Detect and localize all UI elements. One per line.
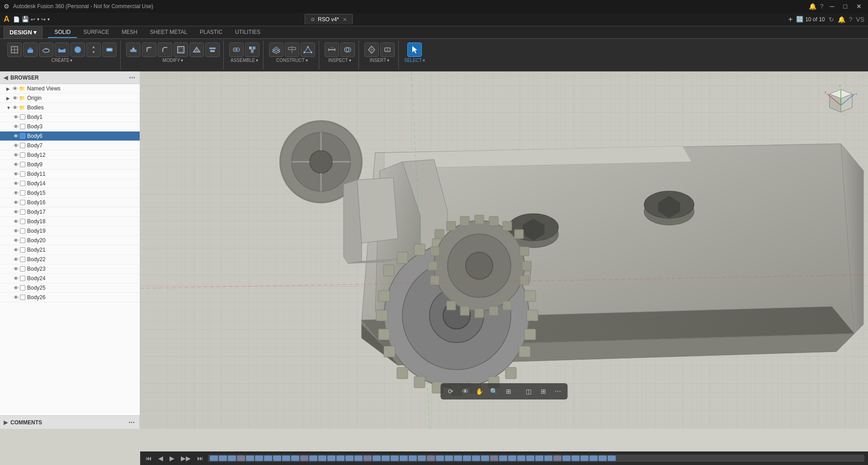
zoom-control-btn[interactable]: 🔍 <box>488 385 500 398</box>
construct-dropdown-icon[interactable]: ▾ <box>306 58 308 63</box>
comments-settings-btn[interactable]: ⋯ <box>127 418 136 427</box>
tree-item-body19[interactable]: 👁 Body19 <box>0 226 140 236</box>
tree-item-body11[interactable]: 👁 Body11 <box>0 169 140 179</box>
tab-utilities[interactable]: UTILITIES <box>229 27 267 38</box>
timeline-step-23[interactable] <box>418 456 426 461</box>
body7-visibility[interactable]: 👁 <box>14 143 19 148</box>
sphere-btn[interactable] <box>71 42 85 57</box>
close-tab-icon[interactable]: ✕ <box>343 17 347 23</box>
orbit-control-btn[interactable]: ⟳ <box>444 385 457 398</box>
select-btn[interactable] <box>407 42 422 57</box>
midplane-btn[interactable] <box>285 42 299 57</box>
pan-control-btn[interactable]: ✋ <box>473 385 486 398</box>
tree-item-body20[interactable]: 👁 Body20 <box>0 236 140 245</box>
timeline-step-43[interactable] <box>599 456 607 461</box>
timeline-step-20[interactable] <box>391 456 399 461</box>
browser-settings-btn[interactable]: ⋯ <box>128 74 136 82</box>
decal-btn[interactable]: A <box>380 42 395 57</box>
timeline-step-7[interactable] <box>273 456 281 461</box>
origin-expand[interactable]: ▶ <box>6 96 13 101</box>
timeline-step-16[interactable] <box>354 456 363 461</box>
body23-visibility[interactable]: 👁 <box>14 266 19 272</box>
tab-solid[interactable]: SOLID <box>48 27 77 38</box>
body20-visibility[interactable]: 👁 <box>14 238 19 243</box>
tree-item-body15[interactable]: 👁 Body15 <box>0 188 140 198</box>
create-dropdown-icon[interactable]: ▾ <box>70 58 72 63</box>
body19-visibility[interactable]: 👁 <box>14 228 19 234</box>
new-tab-icon[interactable]: + <box>788 15 793 23</box>
undo-icon[interactable]: ↩ <box>31 16 35 23</box>
tree-item-body22[interactable]: 👁 Body22 <box>0 255 140 264</box>
timeline-step-21[interactable] <box>400 456 408 461</box>
timeline-step-36[interactable] <box>535 456 543 461</box>
timeline-step-6[interactable] <box>264 456 272 461</box>
redo-icon[interactable]: ↪ <box>41 16 46 23</box>
bodies-expand[interactable]: ▼ <box>6 105 13 110</box>
timeline-step-26[interactable] <box>445 456 453 461</box>
body12-visibility[interactable]: 👁 <box>14 152 19 158</box>
timeline-step-17[interactable] <box>363 456 372 461</box>
named-views-expand[interactable]: ▶ <box>6 86 13 91</box>
grid-btn[interactable]: ⊞ <box>537 385 550 398</box>
tree-item-body14[interactable]: 👁 Body14 <box>0 179 140 188</box>
timeline-step-44[interactable] <box>608 456 616 461</box>
timeline-next-btn[interactable]: ▶▶ <box>179 455 193 462</box>
insert-mesh-btn[interactable] <box>364 42 379 57</box>
body18-visibility[interactable]: 👁 <box>14 219 19 224</box>
save-icon[interactable]: 💾 <box>22 16 29 23</box>
notifications-icon[interactable]: 🔔 <box>809 3 816 10</box>
body17-visibility[interactable]: 👁 <box>14 209 19 215</box>
timeline-step-42[interactable] <box>590 456 598 461</box>
redo-dropdown[interactable]: ▾ <box>47 17 50 22</box>
timeline-step-39[interactable] <box>562 456 571 461</box>
chamfer-btn[interactable] <box>158 42 172 57</box>
tree-item-body3[interactable]: 👁 Body3 <box>0 122 140 132</box>
tree-item-body9[interactable]: 👁 Body9 <box>0 160 140 169</box>
modify-dropdown-icon[interactable]: ▾ <box>181 58 183 63</box>
move-btn[interactable] <box>86 42 101 57</box>
align-btn[interactable] <box>205 42 220 57</box>
interference-btn[interactable] <box>340 42 355 57</box>
tree-item-body24[interactable]: 👁 Body24 <box>0 274 140 283</box>
timeline-step-19[interactable] <box>382 456 390 461</box>
extrude-btn[interactable] <box>23 42 38 57</box>
bodies-visibility[interactable]: 👁 <box>13 105 18 110</box>
timeline-step-2[interactable] <box>228 456 236 461</box>
timeline-step-33[interactable] <box>508 456 516 461</box>
timeline-step-12[interactable] <box>318 456 326 461</box>
timeline-step-38[interactable] <box>553 456 561 461</box>
tree-item-body25[interactable]: 👁 Body25 <box>0 283 140 293</box>
notification-icon[interactable]: 🔔 <box>838 16 845 23</box>
body24-visibility[interactable]: 👁 <box>14 276 19 281</box>
insert-dropdown-icon[interactable]: ▾ <box>387 58 389 63</box>
rigid-group-btn[interactable] <box>245 42 259 57</box>
timeline-step-40[interactable] <box>571 456 580 461</box>
zoom-window-btn[interactable]: ⊞ <box>502 385 515 398</box>
body3-visibility[interactable]: 👁 <box>14 124 19 129</box>
measure-btn[interactable]: 7.5 <box>325 42 339 57</box>
timeline-step-29[interactable] <box>472 456 480 461</box>
hole-btn[interactable] <box>55 42 69 57</box>
timeline-step-35[interactable] <box>526 456 534 461</box>
browser-collapse-btn[interactable]: ◀ <box>4 75 8 81</box>
timeline-step-1[interactable] <box>219 456 227 461</box>
user-icon[interactable]: VS <box>856 16 864 23</box>
timeline-step-32[interactable] <box>499 456 507 461</box>
body26-visibility[interactable]: 👁 <box>14 295 19 300</box>
viewport[interactable]: x y z ⟳ 👁 ✋ 🔍 ⊞ ◫ ⊞ ⋯ <box>140 71 868 429</box>
tree-item-body1[interactable]: 👁 Body1 <box>0 113 140 122</box>
timeline-step-11[interactable] <box>309 456 317 461</box>
shell-btn[interactable] <box>174 42 188 57</box>
tree-item-body12[interactable]: 👁 Body12 <box>0 150 140 160</box>
body22-visibility[interactable]: 👁 <box>14 257 19 262</box>
timeline-step-28[interactable] <box>463 456 471 461</box>
body25-visibility[interactable]: 👁 <box>14 285 19 291</box>
fillet-btn[interactable] <box>142 42 156 57</box>
timeline-step-18[interactable] <box>373 456 381 461</box>
file-tab-name[interactable]: RSO v4* <box>318 16 339 23</box>
new-file-icon[interactable]: 📄 <box>13 16 20 23</box>
timeline-prev-btn[interactable]: ◀ <box>156 455 165 462</box>
tree-item-body18[interactable]: 👁 Body18 <box>0 217 140 226</box>
joint-btn[interactable] <box>229 42 244 57</box>
body21-visibility[interactable]: 👁 <box>14 247 19 253</box>
